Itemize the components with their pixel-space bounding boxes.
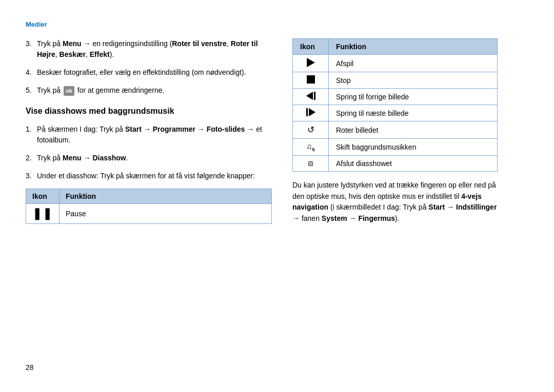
main-table-func-close: Afslut diasshowet [329, 156, 498, 172]
bottom-instructions: 1. På skærmen I dag: Tryk på Start → Pro… [26, 124, 272, 181]
instruction-number-5: 5. [26, 85, 37, 96]
instruction-number-b3: 3. [26, 171, 37, 181]
table-row: Spring til forrige billede [293, 89, 498, 105]
instruction-number-b1: 1. [26, 124, 37, 146]
next-icon [306, 108, 315, 116]
instruction-item-4: 4. Beskær fotografiet, eller vælg en eff… [26, 67, 272, 78]
instruction-text-b2: Tryk på Menu → Diasshow. [37, 153, 128, 163]
main-table-func-play: Afspil [329, 55, 498, 72]
instruction-item-b1: 1. På skærmen I dag: Tryk på Start → Pro… [26, 124, 272, 146]
main-content: 3. Tryk på Menu → en redigeringsindstill… [26, 38, 528, 353]
prev-icon [306, 92, 315, 100]
main-table-func-rotate: Roter billedet [329, 121, 498, 139]
instruction-text-b3: Under et diasshow: Tryk på skærmen for a… [37, 171, 255, 181]
small-table-header-row: Ikon Funktion [26, 189, 272, 203]
main-table-icon-prev [293, 89, 329, 105]
table-row: Afspil [293, 55, 498, 72]
small-table-func-pause: Pause [60, 203, 272, 223]
main-table-header-row: Ikon Funktion [293, 39, 498, 55]
small-table-header-ikon: Ikon [26, 189, 60, 203]
small-icon-table: Ikon Funktion ❚❚ Pause [26, 189, 272, 224]
description-text: Du kan justere lydstyrken ved at trække … [292, 180, 498, 224]
main-table-func-prev: Spring til forrige billede [329, 89, 498, 105]
main-table-header-funktion: Funktion [329, 39, 498, 55]
right-column: Ikon Funktion Afspil [292, 38, 498, 353]
instruction-text-3: Tryk på Menu → en redigeringsindstilling… [37, 38, 272, 60]
main-table-icon-close: ⦻ [293, 156, 329, 172]
main-table-header-ikon: Ikon [293, 39, 329, 55]
instruction-item-5: 5. Tryk på ok for at gemme ændringerne. [26, 85, 272, 96]
table-row: ♫5 Skift baggrundsmusikken [293, 139, 498, 156]
main-table-icon-rotate: ↺ [293, 121, 329, 139]
instruction-text-4: Beskær fotografiet, eller vælg en effekt… [37, 67, 246, 78]
main-table-icon-stop [293, 72, 329, 89]
small-table-header-funktion: Funktion [60, 189, 272, 203]
small-table-icon-pause: ❚❚ [26, 203, 60, 223]
table-row: Stop [293, 72, 498, 89]
main-table-icon-music: ♫5 [293, 139, 329, 156]
instruction-text-b1: På skærmen I dag: Tryk på Start → Progra… [37, 124, 272, 146]
top-instructions: 3. Tryk på Menu → en redigeringsindstill… [26, 38, 272, 96]
pause-icon: ❚❚ [32, 207, 53, 220]
section-title: Vise diasshows med baggrundsmusik [26, 106, 272, 117]
page-header-title: Medier [26, 20, 528, 28]
instruction-item-b3: 3. Under et diasshow: Tryk på skærmen fo… [26, 171, 272, 181]
play-icon [307, 58, 315, 67]
stop-icon [307, 75, 315, 84]
music-change-icon: ♫5 [306, 142, 314, 151]
instruction-number-b2: 2. [26, 153, 37, 163]
left-column: 3. Tryk på Menu → en redigeringsindstill… [26, 38, 272, 353]
main-table-icon-play [293, 55, 329, 72]
main-table-func-stop: Stop [329, 72, 498, 89]
instruction-text-5: Tryk på ok for at gemme ændringerne. [37, 85, 164, 96]
main-table-func-music: Skift baggrundsmusikken [329, 139, 498, 156]
instruction-item-b2: 2. Tryk på Menu → Diasshow. [26, 153, 272, 163]
table-row: Spring til næste billede [293, 105, 498, 121]
ok-button-label: ok [64, 86, 74, 96]
close-circle-icon: ⦻ [307, 159, 315, 168]
instruction-number-3: 3. [26, 38, 37, 60]
main-table-icon-next [293, 105, 329, 121]
page-container: Medier 3. Tryk på Menu → en redigeringsi… [26, 20, 528, 372]
table-row: ↺ Roter billedet [293, 121, 498, 139]
instruction-item-3: 3. Tryk på Menu → en redigeringsindstill… [26, 38, 272, 60]
table-row: ⦻ Afslut diasshowet [293, 156, 498, 172]
table-row: ❚❚ Pause [26, 203, 272, 223]
rotate-icon: ↺ [307, 125, 314, 135]
main-table-func-next: Spring til næste billede [329, 105, 498, 121]
instruction-number-4: 4. [26, 67, 37, 78]
page-number: 28 [26, 353, 528, 372]
main-icon-table: Ikon Funktion Afspil [292, 38, 498, 172]
